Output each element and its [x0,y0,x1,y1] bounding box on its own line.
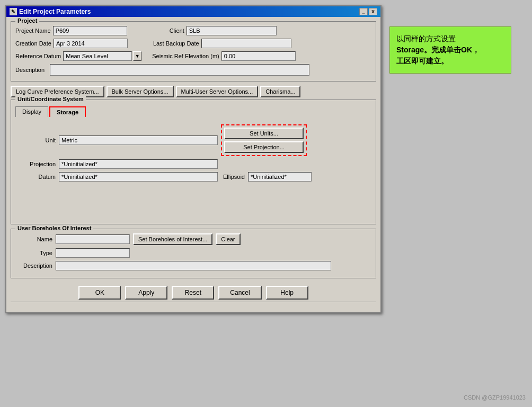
unit-value[interactable] [59,135,218,145]
seismic-ref-input[interactable] [221,51,296,61]
bulk-server-button[interactable]: Bulk Server Options... [107,86,174,97]
spacer [19,185,368,216]
charisma-button[interactable]: Charisma... [260,86,300,97]
borehole-description-label: Description [15,263,52,269]
tab-content: Unit Set Units... Set Projection... Proj… [15,121,371,220]
set-projection-button[interactable]: Set Projection... [224,141,304,153]
seismic-ref-label: Seismic Ref Elevation (m) [152,53,219,59]
description-label: Description [15,67,45,73]
borehole-description-input[interactable] [56,261,331,270]
projection-row: Projection [19,159,368,169]
client-label: Client [170,28,184,34]
csdn-credit: CSDN @GZP19941023 [464,394,526,401]
close-button[interactable]: X [369,8,377,15]
boreholes-label: User Boreholes Of Interest [15,225,93,231]
ellipsoid-value[interactable] [248,172,312,182]
ok-button[interactable]: OK [78,286,121,300]
last-backup-label: Last Backup Date [153,40,199,47]
borehole-type-label: Type [15,250,52,256]
borehole-name-row: Name Set Boreholes of Interest... Clear [15,233,371,245]
creation-date-input[interactable] [54,39,128,48]
unit-label: Unit [19,137,56,143]
clear-button[interactable]: Clear [216,233,240,245]
set-boreholes-button[interactable]: Set Boreholes of Interest... [133,233,212,245]
last-backup-input[interactable] [201,39,291,48]
sidebar-note-line1: 以同样的方式设置 [396,34,456,43]
projection-label: Projection [19,161,56,167]
tab-storage[interactable]: Storage [49,106,86,117]
reset-button[interactable]: Reset [172,286,214,300]
tabs-row: Display Storage [15,106,371,117]
project-name-input[interactable] [53,26,127,35]
creation-date-label: Creation Date [15,40,51,47]
boreholes-group: User Boreholes Of Interest Name Set Bore… [11,229,376,278]
edit-project-dialog: ✎ Edit Project Parameters _ X Project Pr… [5,5,382,313]
footer-buttons: OK Apply Reset Cancel Help [11,283,376,302]
datum-select: ▼ [63,51,141,61]
multi-user-button[interactable]: Multi-User Server Options... [176,86,259,97]
unit-coord-group: Unit/Coordinate System Display Storage U… [11,100,376,224]
sidebar-note: 以同样的方式设置 Storage。完成单击OK， 工区即可建立。 [389,26,511,74]
datum-row: Datum Ellipsoid [19,172,368,182]
borehole-type-row: Type [15,248,371,258]
datum-value[interactable] [59,172,218,182]
title-bar[interactable]: ✎ Edit Project Parameters _ X [6,6,380,17]
title-controls: _ X [359,8,377,15]
sidebar-note-line3: 工区即可建立。 [396,57,448,65]
help-button[interactable]: Help [266,286,308,300]
datum-dropdown-button[interactable]: ▼ [133,51,141,61]
unit-row: Unit Set Units... Set Projection... [19,124,368,156]
tab-display[interactable]: Display [15,106,48,117]
title-icon: ✎ [10,8,17,15]
project-group: Project Project Name Client Creation [11,21,376,82]
datum-dropdown[interactable] [63,51,132,61]
cancel-button[interactable]: Cancel [218,286,261,300]
unit-coord-label: Unit/Coordinate System [15,96,86,102]
minimize-button[interactable]: _ [359,8,368,15]
project-name-label: Project Name [15,28,51,34]
status-bar [11,302,376,308]
client-input[interactable] [187,26,277,35]
reference-datum-label: Reference Datum [15,53,61,59]
borehole-description-row: Description [15,261,371,270]
dialog-title: Edit Project Parameters [19,8,91,15]
projection-value[interactable] [59,159,218,169]
dashed-highlight-box: Set Units... Set Projection... [221,124,307,156]
description-input[interactable] [50,64,309,76]
sidebar-note-line2: Storage。完成单击OK， [396,46,480,54]
datum-label: Datum [19,174,56,180]
borehole-name-label: Name [15,236,52,242]
borehole-name-input[interactable] [56,234,130,244]
project-group-label: Project [15,17,39,24]
borehole-type-input[interactable] [56,248,130,258]
apply-button[interactable]: Apply [125,286,167,300]
ellipsoid-label: Ellipsoid [223,174,245,180]
set-units-button[interactable]: Set Units... [224,128,304,139]
